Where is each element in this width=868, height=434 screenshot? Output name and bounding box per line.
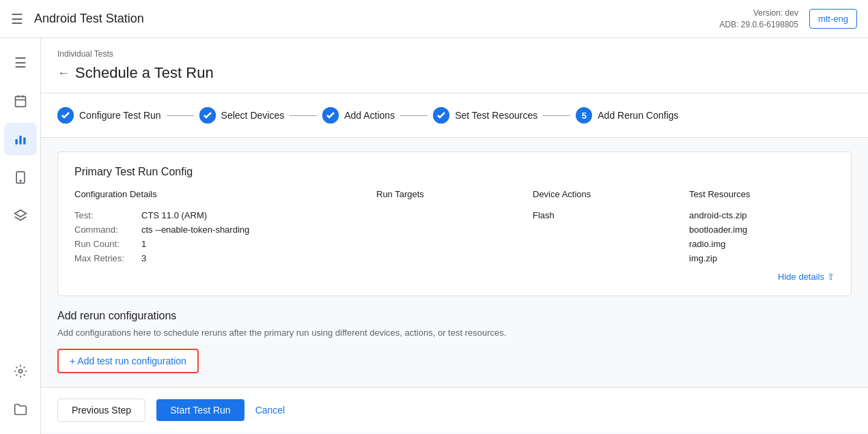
page-title-row: ← Schedule a Test Run [57, 64, 852, 82]
connector-2 [290, 115, 317, 116]
sidebar-item-layers[interactable] [4, 199, 37, 232]
svg-rect-6 [23, 138, 25, 145]
run-count-label: Run Count: [74, 239, 136, 249]
sidebar-item-settings[interactable] [4, 355, 37, 388]
col-header-resources: Test Resources [689, 189, 835, 202]
step-2-circle [199, 107, 216, 124]
step-add-actions: Add Actions [322, 107, 395, 124]
run-targets-col: Run Targets [376, 189, 522, 263]
col-header-config: Configuration Details [74, 189, 365, 202]
config-details-col: Configuration Details Test: CTS 11.0 (AR… [74, 189, 365, 263]
profile-button[interactable]: mtt-eng [809, 9, 857, 29]
page-title: Schedule a Test Run [75, 64, 214, 82]
connector-1 [167, 115, 194, 116]
svg-point-10 [18, 370, 22, 373]
max-retries-row: Max Retries: 3 [74, 253, 365, 263]
test-label: Test: [74, 210, 136, 220]
header-left: ☰ Android Test Station [11, 11, 144, 27]
previous-step-button[interactable]: Previous Step [57, 399, 145, 422]
primary-config-card: Primary Test Run Config Configuration De… [57, 151, 852, 296]
content-area: Individual Tests ← Schedule a Test Run C… [41, 38, 868, 434]
command-value: cts --enable-token-sharding [141, 225, 249, 235]
test-resources-values: android-cts.zip bootloader.img radio.img… [689, 210, 835, 263]
hide-details-row: Hide details ⇧ [74, 272, 835, 282]
chevron-up-icon: ⇧ [827, 272, 835, 282]
connector-4 [543, 115, 570, 116]
step-5-circle: 5 [576, 107, 592, 124]
step-set-resources: Set Test Resources [433, 107, 537, 124]
svg-rect-5 [19, 136, 21, 145]
bottom-actions: Previous Step Start Test Run Cancel [41, 387, 868, 433]
step-rerun-configs: 5 Add Rerun Configs [576, 107, 678, 124]
sidebar: ☰ [0, 38, 41, 434]
sidebar-item-chart[interactable] [4, 123, 37, 156]
start-test-run-button[interactable]: Start Test Run [156, 399, 244, 421]
breadcrumb: Individual Tests [57, 49, 852, 59]
resource-4: img.zip [689, 253, 835, 263]
sidebar-item-calendar[interactable] [4, 85, 37, 117]
max-retries-label: Max Retries: [74, 253, 136, 263]
test-value: CTS 11.0 (ARM) [141, 210, 207, 220]
resource-1: android-cts.zip [689, 210, 835, 220]
config-details-rows: Test: CTS 11.0 (ARM) Command: cts --enab… [74, 210, 365, 263]
command-label: Command: [74, 225, 136, 235]
resource-3: radio.img [689, 239, 835, 249]
sidebar-item-phone[interactable] [4, 161, 37, 194]
col-header-targets: Run Targets [376, 189, 522, 202]
step-5-label: Add Rerun Configs [598, 110, 678, 121]
rerun-title: Add rerun configurations [57, 310, 852, 322]
main-layout: ☰ Individual Tests ← Schedule a Test Run [0, 38, 868, 434]
step-configure: Configure Test Run [57, 107, 161, 124]
step-1-circle [57, 107, 74, 124]
step-1-label: Configure Test Run [79, 110, 161, 121]
back-button[interactable]: ← [57, 66, 70, 81]
page-header: Individual Tests ← Schedule a Test Run [41, 38, 868, 93]
device-actions-col: Device Actions Flash [533, 189, 678, 263]
step-4-label: Set Test Resources [455, 110, 537, 121]
header-right: Version: dev ADB: 29.0.6-6198805 mtt-eng [720, 8, 858, 31]
step-select-devices: Select Devices [199, 107, 285, 124]
svg-rect-0 [15, 96, 25, 106]
connector-3 [400, 115, 428, 116]
step-2-label: Select Devices [221, 110, 285, 121]
run-count-row: Run Count: 1 [74, 239, 365, 249]
run-count-value: 1 [141, 239, 146, 249]
step-3-circle [322, 107, 339, 124]
rerun-section: Add rerun configurations Add configurati… [57, 310, 852, 373]
top-header: ☰ Android Test Station Version: dev ADB:… [0, 0, 868, 38]
sidebar-item-list[interactable]: ☰ [4, 46, 37, 79]
device-actions-values: Flash [533, 210, 678, 220]
hide-details-button[interactable]: Hide details ⇧ [778, 272, 835, 282]
svg-marker-9 [14, 210, 26, 217]
test-row: Test: CTS 11.0 (ARM) [74, 210, 365, 220]
svg-rect-4 [15, 139, 17, 145]
max-retries-value: 3 [141, 253, 146, 263]
hamburger-icon[interactable]: ☰ [11, 11, 23, 27]
test-resources-col: Test Resources android-cts.zip bootloade… [689, 189, 835, 263]
add-config-button[interactable]: + Add test run configuration [57, 349, 199, 373]
card-title: Primary Test Run Config [74, 166, 835, 178]
cancel-button[interactable]: Cancel [255, 405, 285, 416]
stepper-bar: Configure Test Run Select Devices Add Ac… [41, 93, 868, 138]
rerun-description: Add configurations here to schedule reru… [57, 328, 852, 338]
command-row: Command: cts --enable-token-sharding [74, 225, 365, 235]
resource-2: bootloader.img [689, 225, 835, 235]
sidebar-item-folder[interactable] [4, 393, 37, 426]
step-4-circle [433, 107, 449, 124]
app-title: Android Test Station [34, 12, 144, 26]
config-grid: Configuration Details Test: CTS 11.0 (AR… [74, 189, 835, 263]
version-info: Version: dev ADB: 29.0.6-6198805 [720, 8, 798, 31]
step-3-label: Add Actions [344, 110, 395, 121]
svg-point-8 [20, 180, 21, 182]
content-body: Primary Test Run Config Configuration De… [41, 138, 868, 387]
col-header-actions: Device Actions [533, 189, 678, 202]
device-action-flash: Flash [533, 210, 678, 220]
